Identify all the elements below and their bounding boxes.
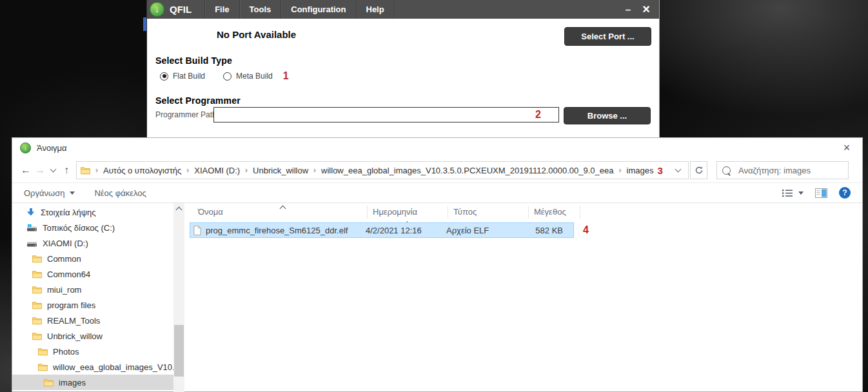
sidebar-item-xiaomi-d[interactable]: XIAOMI (D:) (12, 235, 173, 251)
column-name[interactable]: Όνομα (190, 206, 368, 219)
breadcrumb-this-pc[interactable]: Αυτός ο υπολογιστής (103, 166, 181, 175)
dialog-close-button[interactable]: × (839, 138, 854, 158)
view-caret-icon (798, 191, 804, 195)
folder-icon (38, 348, 48, 356)
menu-tools[interactable]: Tools (239, 0, 281, 19)
close-button[interactable]: × (637, 1, 655, 18)
annotation-1: 1 (283, 70, 289, 82)
sidebar-item-unbrick-willow[interactable]: Unbrick_willow (12, 328, 173, 344)
up-icon[interactable]: ↑ (59, 164, 74, 176)
sidebar-item-realm-tools[interactable]: REALM_Tools (12, 313, 173, 328)
sidebar-scrollbar[interactable] (173, 203, 184, 392)
programmer-heading: Select Programmer (155, 95, 241, 106)
chevron-right-icon: › (181, 166, 194, 175)
file-size-cell: 582 KB (527, 226, 568, 235)
select-port-button[interactable]: Select Port ... (564, 27, 651, 46)
minimize-button[interactable]: – (619, 0, 637, 19)
search-icon (720, 164, 732, 176)
preview-pane-icon (815, 188, 827, 198)
folder-icon (81, 166, 90, 175)
refresh-icon (695, 166, 704, 175)
breadcrumb-drive-d[interactable]: XIAOMI (D:) (194, 166, 240, 175)
build-type-options: Flat Build Meta Build 1 (160, 70, 289, 82)
sidebar-item-downloads[interactable]: Στοιχεία λήψης (12, 204, 173, 220)
annotation-2: 2 (535, 109, 541, 121)
new-folder-button[interactable]: Νέος φάκελος (94, 188, 146, 198)
forward-icon[interactable]: → (33, 164, 47, 176)
breadcrumb-images[interactable]: images (627, 166, 654, 175)
folder-icon (38, 363, 48, 371)
meta-build-label: Meta Build (236, 72, 273, 81)
breadcrumb-unbrick-willow[interactable]: Unbrick_willow (253, 166, 308, 175)
folder-icon (32, 301, 42, 309)
dialog-logo-icon (20, 142, 31, 153)
programmer-path-label: Programmer Path (155, 110, 217, 119)
sidebar-item-miui-rom[interactable]: miui_rom (12, 282, 173, 297)
search-input[interactable] (737, 165, 843, 176)
system-drive-icon (26, 224, 37, 232)
navigation-bar: ← → ↑ › Αυτός ο υπολογιστής › XIAOMI (D:… (12, 158, 862, 182)
folder-icon (32, 255, 42, 263)
desktop: { "annotations": { "n1": "1", "n2": "2",… (0, 0, 868, 392)
file-icon (193, 226, 201, 235)
menu-configuration[interactable]: Configuration (281, 0, 355, 19)
menu-help[interactable]: Help (356, 0, 394, 19)
qfil-window-title: QFIL (164, 0, 204, 19)
file-row-selected[interactable]: prog_emmc_firehose_Sm6125_ddr.elf 4/2/20… (190, 222, 574, 238)
file-type-cell: Αρχείο ELF (446, 226, 527, 235)
folder-tree: Στοιχεία λήψης Τοπικός δίσκος (C:) (12, 203, 173, 392)
menu-file[interactable]: File (204, 0, 239, 19)
open-file-dialog: Άνοιγμα × ← → ↑ › Αυτός ο υπολογιστής › … (12, 137, 863, 392)
refresh-button[interactable] (690, 161, 707, 179)
address-dropdown-icon[interactable] (675, 166, 682, 173)
qfil-menubar: File Tools Configuration Help (204, 0, 395, 19)
back-icon[interactable]: ← (19, 164, 33, 176)
sidebar-item-common64[interactable]: Common64 (12, 266, 173, 282)
dialog-content: Στοιχεία λήψης Τοπικός δίσκος (C:) (12, 203, 862, 392)
programmer-path-input[interactable] (213, 107, 559, 122)
browse-button[interactable]: Browse ... (564, 107, 651, 124)
organize-button[interactable]: Οργάνωση (24, 188, 75, 198)
help-button[interactable]: ? (839, 187, 851, 199)
toolbar-right-icons: ? (782, 187, 851, 199)
chevron-right-icon: › (308, 166, 321, 175)
flat-build-label: Flat Build (173, 72, 205, 81)
organize-label: Οργάνωση (24, 188, 64, 198)
port-status-text: No Port Available (217, 29, 296, 40)
flat-build-radio[interactable] (160, 72, 168, 81)
file-list: Όνομα Ημερομηνία τροποποί... Τύπος Μέγεθ… (184, 203, 862, 392)
sidebar-item-photos[interactable]: Photos (12, 344, 173, 359)
chevron-right-icon: › (614, 166, 627, 175)
folder-icon (44, 378, 54, 387)
preview-pane-button[interactable] (815, 188, 827, 198)
scrollbar-up-icon[interactable] (173, 203, 184, 214)
sidebar-item-common[interactable]: Common (12, 251, 173, 266)
breadcrumb-rom-folder[interactable]: willow_eea_global_images_V10.3.5.0.PCXEU… (321, 166, 613, 175)
meta-build-radio[interactable] (223, 72, 232, 81)
column-headers: Όνομα Ημερομηνία τροποποί... Τύπος Μέγεθ… (190, 203, 862, 221)
column-date-modified[interactable]: Ημερομηνία τροποποί... (368, 206, 448, 219)
sidebar-item-images[interactable]: images (12, 375, 173, 390)
chevron-right-icon: › (90, 166, 103, 175)
drive-icon (26, 239, 37, 248)
qfil-logo-icon (150, 2, 164, 17)
organize-caret-icon (70, 191, 75, 195)
chevron-right-icon: › (240, 166, 253, 175)
folder-icon (32, 317, 42, 325)
sidebar-item-willow-images[interactable]: willow_eea_global_images_V10.3 (12, 359, 173, 375)
history-chevron-icon[interactable] (50, 166, 57, 173)
download-icon (26, 208, 35, 217)
dialog-titlebar: Άνοιγμα × (12, 138, 862, 158)
column-type[interactable]: Τύπος (448, 206, 529, 219)
file-name-cell: prog_emmc_firehose_Sm6125_ddr.elf (190, 226, 366, 235)
sidebar-item-local-disk-c[interactable]: Τοπικός δίσκος (C:) (12, 220, 173, 235)
column-size[interactable]: Μέγεθος (529, 206, 580, 219)
folder-icon (32, 332, 42, 340)
scrollbar-thumb[interactable] (174, 325, 184, 377)
menu-divider (394, 0, 395, 19)
qfil-window-controls: – × (619, 0, 659, 19)
change-view-button[interactable] (782, 189, 804, 197)
sidebar-item-program-files[interactable]: program files (12, 297, 173, 313)
breadcrumb: › Αυτός ο υπολογιστής › XIAOMI (D:) › Un… (76, 161, 689, 179)
qfil-titlebar: QFIL File Tools Configuration Help – × (147, 0, 659, 19)
